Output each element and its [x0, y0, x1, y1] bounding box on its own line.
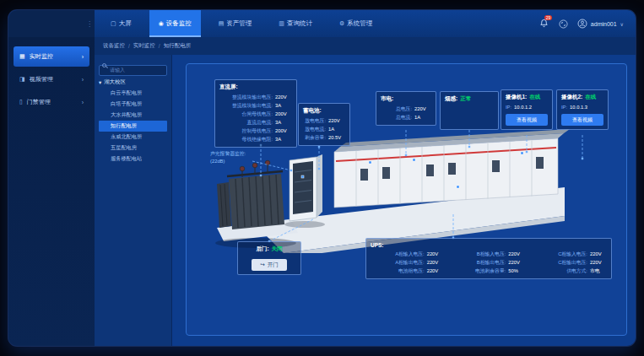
fullscreen-icon[interactable] — [559, 19, 568, 29]
field-label: 放电电流: — [303, 125, 326, 133]
sidebar-item-realtime-monitoring[interactable]: ▦ 实时监控 › — [14, 46, 89, 67]
ups-grid: A相输入电压:220V B相输入电压:220V C相输入电压:220V A相输出… — [371, 250, 607, 275]
tree-search — [99, 60, 167, 71]
app-window: ⋮ ▢ 大屏 ◉ 设备监控 ▤ 资产管理 ▥ 查询统计 — [8, 10, 636, 346]
panel-title: 后门: — [256, 245, 268, 253]
battery-panel: 蓄电池: 放电电压:220V 放电电流:1A 剩余容量:20.5V — [298, 103, 350, 146]
tree-item-station-selected[interactable]: 知行配电所 — [99, 121, 167, 132]
panel-title: 摄像机1: — [506, 94, 527, 101]
breadcrumb-separator: / — [128, 43, 130, 49]
ups-panel: UPS: A相输入电压:220V B相输入电压:220V C相输入电压:220V… — [365, 238, 612, 279]
field-label: 控制母线电压: — [219, 127, 273, 135]
tree-item-station[interactable]: 五星配电房 — [99, 143, 167, 154]
tree-item-station[interactable]: 大水井配电所 — [99, 110, 167, 121]
screen: ⋮ ▢ 大屏 ◉ 设备监控 ▤ 资产管理 ▥ 查询统计 — [0, 0, 644, 356]
open-door-button[interactable]: ↪ 开门 — [252, 259, 286, 271]
field-value: 3A — [275, 118, 292, 127]
field-value: 3A — [275, 135, 292, 143]
sidebar-item-label: 实时监控 — [30, 52, 53, 61]
sidebar-item-video-management[interactable]: ◨ 视频管理 › — [14, 69, 89, 89]
nav-item-asset-management[interactable]: ▤ 资产管理 — [209, 10, 262, 37]
door-access-icon: ▯ — [19, 99, 23, 105]
smoke-sensor-panel: 烟感: 正常 — [440, 91, 499, 130]
status-badge: 正常 — [460, 95, 471, 103]
field-value: 20.5V — [328, 133, 345, 142]
tree-item-station[interactable]: 服务楼配电站 — [99, 154, 167, 165]
top-navigation-bar: ⋮ ▢ 大屏 ◉ 设备监控 ▤ 资产管理 ▥ 查询统计 — [8, 10, 636, 37]
field-label: C相输入电压: — [533, 250, 587, 258]
breadcrumb-part[interactable]: 实时监控 — [133, 42, 155, 50]
field-value: 市电 — [590, 267, 607, 275]
view-video-button[interactable]: 查看视频 — [561, 114, 603, 126]
user-menu[interactable]: admin001 ∨ — [577, 19, 624, 29]
open-door-label: 开门 — [268, 262, 279, 269]
tree-root-campus[interactable]: ▾ 湖大校区 — [99, 77, 167, 88]
content-row: ▾ 湖大校区 白云亭配电所 白塔子配电所 大水井配电所 知行配电所 永威北配电所… — [95, 55, 636, 346]
field-value: 220V — [427, 267, 444, 275]
status-badge: 关闭 — [272, 245, 283, 253]
panel-title: 摄像机2: — [561, 94, 582, 101]
dc-screen-panel: 直流屏: 整流模块输出电压:220V 整流模块输出电流:3A 合闸母线电压:20… — [214, 79, 297, 148]
monitor-icon: ◉ — [159, 20, 164, 27]
field-label: B相输出电压: — [452, 258, 506, 267]
chevron-right-icon: › — [82, 54, 84, 60]
panel-title: UPS: — [371, 242, 607, 248]
tree-item-station[interactable]: 永威北配电所 — [99, 132, 167, 143]
notification-bell-icon[interactable]: 29 — [539, 19, 549, 29]
field-value: 220V — [275, 93, 292, 101]
field-value: 50% — [508, 267, 525, 275]
field-label: 直流总电流: — [219, 118, 273, 127]
field-label: 整流模块输出电压: — [219, 93, 273, 101]
chevron-down-icon: ∨ — [620, 21, 624, 27]
tree-item-station[interactable]: 白塔子配电所 — [99, 99, 167, 110]
ip-value: 10.0.1.2 — [514, 103, 532, 111]
nav-item-device-monitoring[interactable]: ◉ 设备监控 — [149, 10, 201, 37]
panel-title: 烟感: — [445, 95, 457, 103]
search-input[interactable] — [99, 65, 167, 76]
view-video-button[interactable]: 查看视频 — [506, 114, 548, 126]
nav-item-dashboard[interactable]: ▢ 大屏 — [101, 10, 141, 37]
sidebar-item-access-control[interactable]: ▯ 门禁管理 › — [14, 92, 89, 112]
notification-badge: 29 — [544, 15, 553, 20]
field-label: 合闸母线电压: — [219, 110, 273, 118]
panel-title-row: 摄像机2: 在线 — [561, 94, 603, 101]
main-nav: ▢ 大屏 ◉ 设备监控 ▤ 资产管理 ▥ 查询统计 ⚙ 系统管理 — [95, 10, 382, 37]
field-value: 1A — [328, 125, 345, 133]
divider-dots-icon: ⋮ — [86, 20, 93, 28]
status-badge: 在线 — [529, 94, 540, 101]
field-value: 220V — [590, 250, 607, 258]
topbar-right: 29 admin001 ∨ — [539, 10, 636, 37]
mains-power-panel: 市电: 总电压:220V 总电流:1A — [376, 91, 436, 126]
station-tree-panel: ▾ 湖大校区 白云亭配电所 白塔子配电所 大水井配电所 知行配电所 永威北配电所… — [95, 55, 172, 346]
video-icon: ◨ — [19, 76, 25, 83]
tree-item-station[interactable]: 白云亭配电所 — [99, 88, 167, 99]
door-open-icon: ↪ — [260, 262, 264, 268]
field-label: 总电流: — [381, 113, 412, 121]
breadcrumb-separator: / — [159, 43, 160, 49]
screen-icon: ▢ — [111, 20, 116, 27]
ip-label: IP: — [506, 103, 511, 111]
stats-icon: ▥ — [279, 20, 284, 27]
field-value: 220V — [427, 258, 444, 267]
nav-item-query-statistics[interactable]: ▥ 查询统计 — [269, 10, 322, 37]
panel-title: 蓄电池: — [303, 107, 345, 115]
field-value: 220V — [414, 105, 431, 113]
body: ▦ 实时监控 › ◨ 视频管理 › ▯ 门禁管理 › 设备监控 — [8, 37, 636, 346]
ip-label: IP: — [561, 103, 567, 111]
chevron-right-icon: › — [82, 77, 84, 83]
room-stage: 直流屏: 整流模块输出电压:220V 整流模块输出电流:3A 合闸母线电压:20… — [186, 63, 627, 336]
camera1-panel: 摄像机1: 在线 IP: 10.0.1.2 查看视频 — [501, 89, 553, 130]
ip-value: 10.0.1.3 — [570, 103, 587, 111]
main-content: 直流屏: 整流模块输出电压:220V 整流模块输出电流:3A 合闸母线电压:20… — [172, 55, 636, 346]
chevron-right-icon: › — [82, 100, 84, 105]
nav-label: 大屏 — [119, 19, 132, 28]
nav-item-system-management[interactable]: ⚙ 系统管理 — [330, 10, 382, 37]
field-label: B相输入电压: — [452, 250, 506, 258]
sidebar-item-label: 视频管理 — [30, 75, 53, 84]
realtime-monitor-icon: ▦ — [19, 53, 25, 60]
field-label: 母线绝缘电阻: — [219, 135, 273, 143]
right-column: 设备监控 / 实时监控 / 知行配电所 ▾ — [95, 37, 636, 346]
breadcrumb-part[interactable]: 设备监控 — [103, 42, 125, 50]
nav-label: 资产管理 — [226, 19, 252, 28]
field-value: 200V — [275, 110, 292, 118]
